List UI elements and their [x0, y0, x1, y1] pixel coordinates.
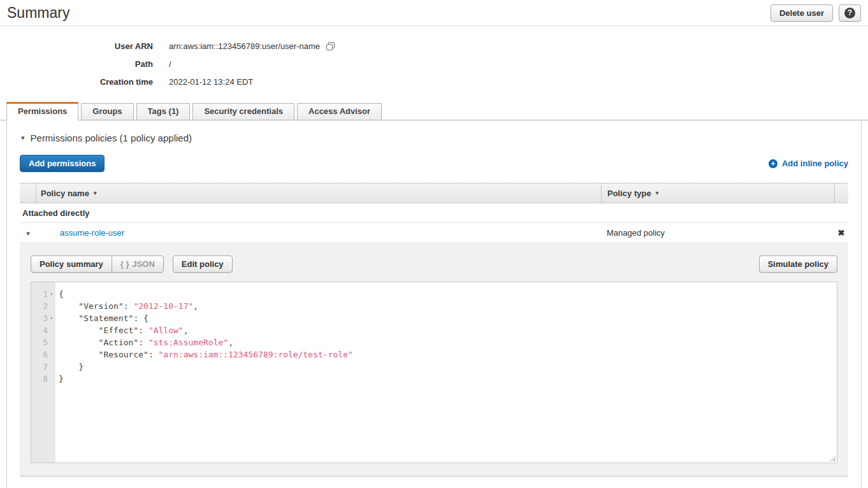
copy-icon[interactable]: [326, 41, 335, 51]
attached-policies-table: Policy name ▾ Policy type ▾ Attached dir…: [20, 183, 848, 477]
help-icon: ?: [844, 8, 855, 18]
braces-icon: { }: [120, 259, 129, 269]
policy-detail-toolbar: Policy summary { } JSON Edit policy Simu…: [31, 255, 837, 273]
editor-code: { "Version": "2012-10-17", "Statement": …: [55, 282, 837, 385]
permissions-policies-section-toggle[interactable]: ▾ Permissions policies (1 policy applied…: [21, 133, 848, 143]
code-line: "Statement": {: [59, 312, 837, 324]
creation-time-row: Creation time 2022-01-12 13:24 EDT: [0, 73, 868, 90]
user-arn-row: User ARN arn:aws:iam::123456789:user/use…: [0, 37, 868, 55]
policy-type-value: Managed policy: [601, 228, 834, 238]
tab-security-credentials[interactable]: Security credentials: [192, 103, 294, 120]
user-arn-label: User ARN: [0, 41, 153, 51]
page-title: Summary: [7, 4, 69, 22]
code-line: "Version": "2012-10-17",: [59, 300, 837, 312]
editor-gutter: 1▾ 2 3▾ 4 5 6 7 8: [31, 282, 55, 463]
code-line: }: [59, 361, 837, 373]
fold-caret-icon[interactable]: ▾: [48, 288, 55, 300]
permissions-policies-title: Permissions policies (1 policy applied): [31, 133, 192, 143]
json-policy-editor[interactable]: 1▾ 2 3▾ 4 5 6 7 8 { "Version": "2012-10-…: [31, 282, 837, 463]
edit-policy-button[interactable]: Edit policy: [173, 255, 233, 273]
table-header-row: Policy name ▾ Policy type ▾: [20, 183, 848, 203]
json-view-button[interactable]: { } JSON: [112, 255, 164, 273]
permissions-tab-panel: ▾ Permissions policies (1 policy applied…: [6, 120, 862, 488]
simulate-policy-button[interactable]: Simulate policy: [759, 255, 837, 273]
path-value: /: [169, 59, 171, 69]
table-row: ▾ assume-role-user Managed policy ✖: [20, 223, 848, 243]
caret-down-icon: ▾: [21, 134, 25, 141]
caret-down-icon: ▾: [26, 229, 30, 237]
delete-user-button[interactable]: Delete user: [770, 4, 833, 22]
add-permissions-button[interactable]: Add permissions: [20, 155, 105, 172]
code-line: "Action": "sts:AssumeRole",: [59, 336, 837, 348]
plus-circle-icon: +: [769, 159, 778, 168]
code-line: "Effect": "Allow",: [59, 324, 837, 336]
user-summary-info: User ARN arn:aws:iam::123456789:user/use…: [0, 37, 868, 90]
policy-actions-row: Add permissions + Add inline policy: [20, 155, 848, 172]
actions-column-header: [834, 183, 848, 203]
tab-tags[interactable]: Tags (1): [136, 103, 191, 120]
policy-type-column-header[interactable]: Policy type ▾: [601, 183, 834, 203]
row-expand-toggle[interactable]: ▾: [20, 228, 36, 238]
path-label: Path: [0, 59, 153, 69]
sort-caret-icon: ▾: [94, 190, 97, 196]
add-inline-policy-link[interactable]: + Add inline policy: [769, 159, 848, 168]
tab-access-advisor[interactable]: Access Advisor: [297, 103, 382, 120]
tab-groups[interactable]: Groups: [81, 103, 133, 120]
creation-time-label: Creation time: [0, 77, 153, 87]
tab-bar: Permissions Groups Tags (1) Security cre…: [0, 103, 868, 120]
code-line: {: [59, 288, 837, 300]
user-arn-value: arn:aws:iam::123456789:user/user-name: [169, 41, 320, 51]
code-line: }: [59, 373, 837, 385]
fold-caret-icon[interactable]: ▾: [48, 312, 55, 324]
policy-name-column-header[interactable]: Policy name ▾: [36, 183, 601, 203]
creation-time-value: 2022-01-12 13:24 EDT: [169, 77, 253, 87]
attached-directly-group-row: Attached directly: [20, 203, 848, 223]
header-actions: Delete user ?: [770, 4, 861, 22]
policy-name-link[interactable]: assume-role-user: [60, 228, 124, 238]
policy-detail-panel: Policy summary { } JSON Edit policy Simu…: [20, 243, 848, 476]
detach-policy-icon[interactable]: ✖: [838, 228, 845, 238]
page-header: Summary Delete user ?: [0, 0, 868, 26]
editor-resize-handle[interactable]: [828, 454, 835, 461]
path-row: Path /: [0, 55, 868, 73]
policy-view-toggle: Policy summary { } JSON: [31, 255, 164, 273]
tab-permissions[interactable]: Permissions: [6, 102, 78, 120]
expand-column-header: [20, 183, 36, 203]
sort-caret-icon: ▾: [656, 190, 659, 196]
policy-summary-button[interactable]: Policy summary: [31, 255, 112, 273]
help-button[interactable]: ?: [839, 4, 861, 22]
code-line: "Resource": "arn:aws:iam::123456789:role…: [59, 348, 837, 361]
